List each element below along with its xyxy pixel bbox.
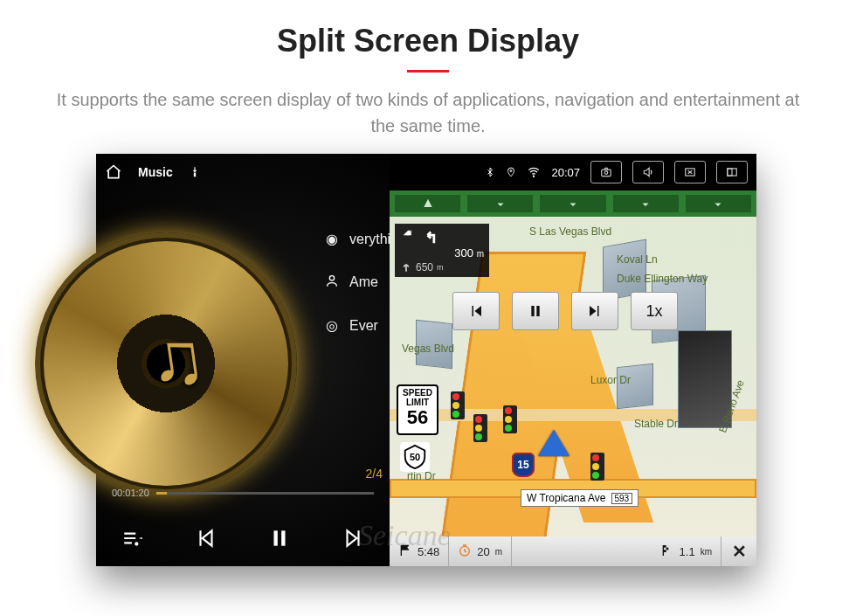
media-pause-button[interactable]	[512, 292, 559, 330]
distance-value: 1.1	[680, 545, 695, 558]
map-panel[interactable]: S Las Vegas Blvd Koval Ln Duke Ellington…	[390, 190, 756, 566]
street-sign: W Tropicana Ave 593	[521, 489, 639, 507]
media-prev-button[interactable]	[452, 292, 500, 330]
status-bar: 20:07	[390, 154, 756, 190]
map-tab[interactable]	[540, 195, 605, 212]
vehicle-cursor	[538, 430, 570, 456]
close-nav-button[interactable]: ✕	[721, 541, 756, 562]
target-icon: ◎	[323, 317, 341, 334]
turn-secondary-unit: m	[437, 263, 444, 272]
screenshot-button[interactable]	[590, 161, 622, 183]
svg-point-5	[534, 176, 535, 176]
pause-button[interactable]	[268, 527, 291, 556]
track-counter: 2/4	[366, 467, 383, 481]
media-speed-label: 1x	[645, 302, 662, 321]
svg-point-1	[329, 276, 334, 280]
status-time: 20:07	[551, 166, 580, 179]
track-row[interactable]: Ame	[323, 273, 398, 291]
street-label: Vegas Blvd	[402, 343, 454, 355]
music-header-label: Music	[138, 165, 173, 179]
svg-rect-6	[602, 170, 611, 176]
track-title: Ever	[349, 318, 378, 334]
time-remaining-unit: m	[495, 547, 502, 557]
time-remaining-value: 20	[477, 545, 489, 558]
svg-rect-12	[536, 306, 539, 316]
route-number: 50	[410, 452, 420, 462]
street-label: rtin Dr	[407, 470, 436, 482]
media-speed-button[interactable]: 1x	[631, 292, 678, 330]
music-controls	[96, 527, 390, 556]
bluetooth-icon	[485, 165, 495, 179]
page-subtitle: It supports the same screen display of t…	[52, 87, 804, 139]
street-sign-number: 593	[611, 493, 633, 504]
speed-limit-label: SPEED LIMIT	[398, 388, 437, 407]
clock-icon	[458, 543, 472, 560]
nav-turn-instruction: 300 m 650 m	[395, 224, 489, 277]
time-remaining-segment[interactable]: 20 m	[449, 536, 512, 566]
map-top-tabs	[390, 190, 756, 217]
street-sign-name: W Tropicana Ave	[527, 492, 606, 504]
svg-rect-17	[666, 547, 668, 550]
track-title: Ame	[349, 274, 378, 290]
track-row[interactable]: ◎ Ever	[323, 317, 398, 334]
turn-secondary-distance: 650	[416, 261, 433, 273]
svg-point-4	[510, 170, 512, 172]
svg-rect-15	[662, 545, 663, 556]
progress-bar[interactable]: 00:01:20	[112, 484, 374, 502]
speed-limit-sign: SPEED LIMIT 56	[397, 384, 438, 435]
map-tab[interactable]	[467, 195, 533, 212]
title-underline	[407, 70, 449, 73]
traffic-light-icon	[503, 405, 517, 433]
media-next-button[interactable]	[571, 292, 618, 330]
svg-rect-2	[274, 530, 278, 545]
traffic-light-icon	[451, 391, 465, 419]
turn-distance: 300	[454, 246, 473, 260]
svg-rect-11	[531, 306, 534, 316]
street-label: Duke Ellington Way	[617, 273, 708, 285]
street-label: Stable Dr	[634, 418, 678, 430]
street-label: Koval Ln	[617, 253, 658, 266]
building	[617, 363, 653, 409]
distance-remaining-segment[interactable]: 1.1 km	[652, 536, 721, 566]
page-title: Split Screen Display	[0, 23, 856, 59]
speed-limit-value: 56	[398, 407, 437, 428]
device-screen: Music ♫ ◉ verythin Ame ◎ Ever	[96, 154, 756, 566]
eta-segment[interactable]: 5:48	[390, 536, 449, 566]
svg-rect-10	[728, 169, 732, 176]
music-topbar: Music	[96, 154, 390, 190]
split-view-button[interactable]	[716, 161, 748, 183]
playlist-button[interactable]	[121, 527, 144, 556]
eta-value: 5:48	[418, 545, 439, 558]
svg-point-7	[604, 171, 608, 175]
flag-icon	[398, 543, 412, 560]
map-bottom-bar: 5:48 20 m 1.1 km ✕	[390, 536, 756, 566]
map-tab[interactable]	[395, 195, 460, 212]
music-note-icon: ♫	[142, 312, 211, 405]
destination-flag-icon	[660, 543, 674, 560]
street-label: S Las Vegas Blvd	[529, 225, 611, 238]
wifi-icon	[527, 166, 541, 178]
elapsed-time: 00:01:20	[112, 488, 149, 498]
next-button[interactable]	[342, 527, 364, 556]
svg-rect-18	[664, 550, 666, 552]
map-tab[interactable]	[686, 195, 751, 212]
location-icon	[506, 165, 516, 179]
track-row[interactable]: ◉ verythin	[323, 231, 398, 247]
route-shield: 50	[400, 442, 430, 472]
turn-distance-unit: m	[477, 249, 484, 259]
home-icon[interactable]	[105, 163, 122, 181]
svg-rect-3	[281, 530, 285, 545]
close-window-button[interactable]	[674, 161, 706, 183]
volume-button[interactable]	[632, 161, 664, 183]
traffic-light-icon	[473, 414, 487, 442]
map-media-controls: 1x	[452, 292, 678, 330]
map-tab[interactable]	[613, 195, 679, 212]
progress-track[interactable]	[156, 492, 374, 495]
distance-unit: km	[701, 547, 712, 557]
person-icon	[323, 273, 341, 291]
interstate-shield: 15	[512, 453, 535, 477]
disc-icon: ◉	[323, 231, 341, 247]
usb-icon	[189, 164, 201, 180]
prev-button[interactable]	[195, 527, 217, 556]
track-list: ◉ verythin Ame ◎ Ever	[323, 231, 398, 334]
